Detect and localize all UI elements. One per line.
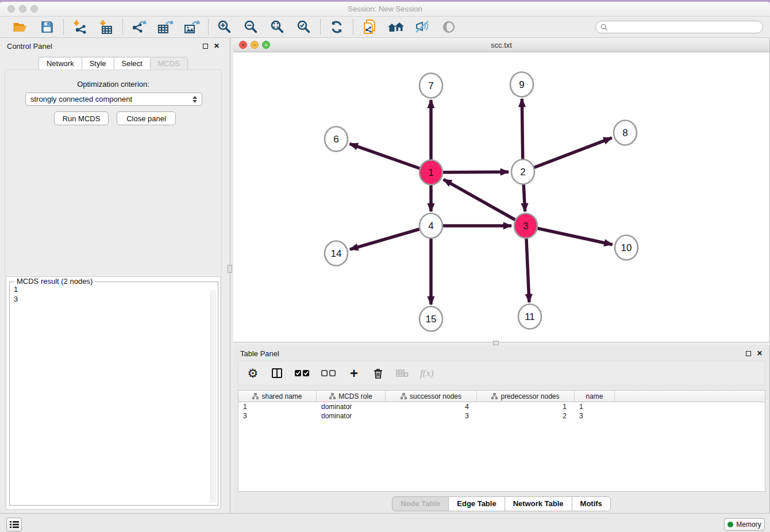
- graph-node-11[interactable]: 11: [518, 304, 541, 329]
- column-header-successor-nodes[interactable]: successor nodes: [386, 391, 477, 402]
- node-label: 6: [333, 134, 338, 145]
- task-history-button[interactable]: [6, 518, 22, 531]
- import-table-icon[interactable]: [97, 19, 116, 35]
- table-cell[interactable]: 3: [575, 411, 615, 421]
- import-network-icon[interactable]: [71, 19, 89, 35]
- column-header-predecessor-nodes[interactable]: predecessor nodes: [477, 391, 575, 402]
- result-item[interactable]: 1: [14, 284, 209, 294]
- table-cell[interactable]: 3: [238, 411, 317, 421]
- window-minimize-icon[interactable]: [19, 5, 26, 13]
- tab-edge-table[interactable]: Edge Table: [448, 496, 504, 511]
- tab-style[interactable]: Style: [82, 57, 114, 71]
- graph-node-2[interactable]: 2: [511, 160, 534, 184]
- result-item[interactable]: 3: [14, 294, 209, 304]
- export-table-icon[interactable]: [156, 19, 175, 35]
- tab-mcds[interactable]: MCDS: [150, 57, 188, 71]
- network-maximize-icon[interactable]: +: [262, 41, 270, 49]
- graph-node-10[interactable]: 10: [615, 236, 638, 260]
- table-row[interactable]: 3dominator323: [238, 411, 765, 421]
- graph-node-15[interactable]: 15: [419, 307, 442, 331]
- column-header-MCDS-role[interactable]: MCDS role: [317, 391, 386, 402]
- edge-4-14[interactable]: [350, 226, 431, 249]
- node-label: 8: [622, 128, 627, 138]
- refresh-icon[interactable]: [328, 19, 346, 35]
- result-scrollbar[interactable]: [210, 290, 217, 503]
- splitter-handle[interactable]: [228, 265, 232, 273]
- mcds-result-list[interactable]: 13: [11, 284, 209, 504]
- birdseye-icon[interactable]: [440, 19, 458, 35]
- table-cell[interactable]: dominator: [317, 402, 386, 411]
- table-cell[interactable]: 3: [386, 411, 477, 421]
- zoom-in-icon[interactable]: [215, 19, 234, 35]
- edge-3-10[interactable]: [526, 226, 613, 245]
- graph-node-3[interactable]: 3: [514, 214, 537, 238]
- table-cell[interactable]: 1: [477, 402, 575, 411]
- table-settings-icon[interactable]: ⚙: [247, 366, 259, 381]
- edge-1-6[interactable]: [350, 144, 431, 172]
- node-label: 4: [428, 221, 433, 232]
- memory-button[interactable]: Memory: [724, 518, 765, 531]
- node-label: 10: [621, 242, 632, 253]
- export-image-icon[interactable]: [183, 19, 201, 35]
- table-row[interactable]: 1dominator411: [238, 402, 765, 411]
- tab-motifs[interactable]: Motifs: [572, 496, 611, 511]
- deselect-all-icon[interactable]: [321, 366, 336, 381]
- search-input[interactable]: [611, 23, 758, 31]
- graph-node-1[interactable]: 1: [419, 160, 442, 185]
- delete-column-icon[interactable]: [372, 366, 384, 381]
- open-session-icon[interactable]: [11, 19, 30, 35]
- tab-select[interactable]: Select: [114, 57, 150, 71]
- network-close-icon[interactable]: ×: [239, 41, 247, 49]
- column-header-shared-name[interactable]: shared name: [238, 391, 317, 402]
- tab-network[interactable]: Network: [38, 57, 82, 71]
- graph-node-8[interactable]: 8: [614, 121, 637, 145]
- add-column-icon[interactable]: +: [348, 366, 360, 381]
- table-cell[interactable]: 2: [477, 411, 575, 421]
- table-cell[interactable]: 1: [238, 402, 317, 411]
- criterion-dropdown[interactable]: strongly connected component: [25, 92, 202, 106]
- tab-network-table[interactable]: Network Table: [505, 496, 572, 511]
- window-zoom-icon[interactable]: [30, 5, 38, 13]
- delete-table-icon[interactable]: [396, 366, 409, 381]
- save-session-icon[interactable]: [38, 19, 56, 35]
- close-panel-icon[interactable]: ✕: [214, 43, 220, 49]
- table-cell[interactable]: 4: [386, 402, 477, 411]
- zoom-selected-icon[interactable]: [295, 19, 313, 35]
- control-panel-tabs: NetworkStyleSelectMCDS: [0, 57, 226, 71]
- splitter-handle[interactable]: [493, 341, 499, 345]
- close-panel-icon[interactable]: ✕: [757, 350, 763, 357]
- tab-node-table[interactable]: Node Table: [392, 496, 448, 511]
- edge-3-1[interactable]: [444, 179, 526, 226]
- window-title: Session: New Session: [0, 2, 770, 17]
- zoom-out-icon[interactable]: [242, 19, 260, 35]
- edge-2-8[interactable]: [523, 138, 612, 172]
- window-close-icon[interactable]: [7, 5, 15, 13]
- table-cell[interactable]: dominator: [317, 411, 386, 421]
- clone-network-icon[interactable]: [360, 19, 379, 35]
- show-all-icon[interactable]: [387, 19, 405, 35]
- memory-label: Memory: [736, 521, 761, 529]
- float-panel-icon[interactable]: [203, 44, 208, 49]
- table-cell[interactable]: 1: [575, 402, 615, 411]
- graph-node-7[interactable]: 7: [419, 74, 442, 98]
- select-all-icon[interactable]: [295, 366, 310, 381]
- network-canvas[interactable]: 7968124314101511: [233, 52, 769, 341]
- graph-node-14[interactable]: 14: [325, 241, 348, 266]
- graph-node-6[interactable]: 6: [325, 127, 348, 152]
- column-header-name[interactable]: name: [575, 391, 615, 402]
- statusbar: Memory: [0, 513, 770, 532]
- export-network-icon[interactable]: [130, 19, 148, 35]
- network-window-titlebar[interactable]: × − + scc.txt: [233, 38, 769, 52]
- graph-node-9[interactable]: 9: [510, 72, 533, 97]
- function-builder-icon[interactable]: f(x): [420, 366, 434, 381]
- close-panel-button[interactable]: Close panel: [117, 111, 176, 125]
- vertical-splitter[interactable]: [226, 38, 233, 513]
- run-mcds-button[interactable]: Run MCDS: [54, 111, 109, 125]
- show-columns-icon[interactable]: [271, 366, 283, 381]
- float-panel-icon[interactable]: [746, 351, 751, 356]
- graph-node-4[interactable]: 4: [419, 214, 442, 238]
- network-minimize-icon[interactable]: −: [251, 41, 259, 49]
- table-header-row: shared nameMCDS rolesuccessor nodesprede…: [238, 391, 765, 402]
- zoom-fit-icon[interactable]: [268, 19, 287, 35]
- hide-labels-icon[interactable]: [413, 19, 432, 35]
